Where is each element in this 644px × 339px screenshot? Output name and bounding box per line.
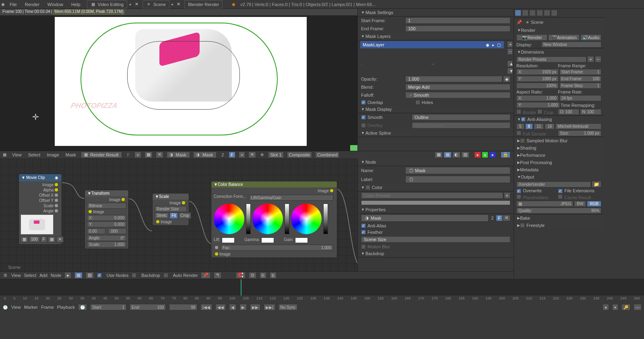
- smb-enable[interactable]: [520, 138, 525, 143]
- node-editor[interactable]: ▼Movie Clip◉ Image Alpha Offset X Offset…: [0, 158, 357, 271]
- cache-checkbox[interactable]: [558, 194, 563, 199]
- mask-selector[interactable]: ◑ Mask: [193, 152, 217, 158]
- play-reverse[interactable]: ◀: [229, 304, 236, 310]
- label-field[interactable]: ▢: [405, 176, 510, 183]
- perf-header[interactable]: Performance: [514, 152, 604, 159]
- clip-pin[interactable]: ▦: [48, 236, 56, 243]
- add-layout[interactable]: +: [127, 2, 133, 7]
- holes-checkbox[interactable]: [415, 100, 420, 105]
- end-frame-field[interactable]: 100: [405, 25, 510, 32]
- menu-window[interactable]: Window: [43, 2, 67, 7]
- shader-tree[interactable]: ●: [64, 272, 71, 279]
- go-parent[interactable]: ↰: [214, 272, 221, 279]
- close-mask[interactable]: ✕: [248, 152, 256, 158]
- zero1[interactable]: 0.00: [87, 228, 105, 234]
- antialias-checkbox[interactable]: [361, 223, 366, 228]
- fake-user[interactable]: F: [229, 152, 235, 158]
- overwrite-checkbox[interactable]: [516, 189, 521, 193]
- res-x-field[interactable]: X:1920 px: [516, 69, 559, 75]
- jump-start[interactable]: |◀◀: [200, 304, 212, 310]
- remap-n[interactable]: N: 100: [580, 109, 601, 115]
- lift-wheel[interactable]: [214, 204, 244, 234]
- play[interactable]: ▶: [239, 304, 247, 310]
- color-enable[interactable]: [365, 185, 370, 190]
- slot-selector[interactable]: Slot 1: [268, 152, 283, 158]
- angle-field[interactable]: Angle:0°: [87, 235, 126, 241]
- aa-filter-dropdown[interactable]: Mitchell-Netravali: [555, 123, 601, 129]
- editor-type-timeline[interactable]: 🕐: [2, 304, 8, 310]
- tab-render[interactable]: [515, 10, 521, 16]
- key-delete[interactable]: —: [634, 304, 642, 310]
- add-scene[interactable]: +: [169, 2, 175, 7]
- keyset-dropdown[interactable]: ▾: [612, 304, 618, 310]
- timeline-cursor[interactable]: [241, 279, 242, 295]
- color-panel-header[interactable]: Color: [358, 184, 514, 191]
- copy-nodes[interactable]: ⎘: [260, 272, 266, 279]
- overlay-mode-dropdown[interactable]: Alpha Channel: [412, 122, 510, 129]
- fac-field[interactable]: Fac:1.000: [221, 245, 333, 251]
- tab-more[interactable]: [551, 10, 557, 16]
- pin-icon[interactable]: 📌: [516, 20, 522, 25]
- pin-image[interactable]: ▦: [144, 152, 153, 158]
- editor-type-icon[interactable]: ▦: [2, 152, 7, 158]
- backdrop-checkbox[interactable]: [132, 273, 136, 278]
- layout-selector[interactable]: ▦ Video Editing: [87, 0, 128, 8]
- backdrop-panel-header[interactable]: Backdrop: [358, 250, 514, 258]
- mask-layer-item[interactable]: MaskLayer ◉ ▸ ▢: [360, 41, 504, 48]
- aa-enable[interactable]: [521, 117, 526, 122]
- menu-add3[interactable]: Add: [39, 273, 47, 278]
- fps-dropdown[interactable]: 24 fps: [559, 95, 602, 101]
- keyframe-prev[interactable]: ◀◀: [215, 304, 226, 310]
- channel-rgba[interactable]: ▦: [435, 152, 443, 158]
- stretch-button[interactable]: Stretc: [155, 212, 169, 219]
- post-header[interactable]: Post Processing: [514, 159, 604, 166]
- gamma-slider[interactable]: [285, 204, 289, 234]
- startframe-field[interactable]: Start Frame:1: [559, 69, 602, 75]
- timeline-track[interactable]: [0, 279, 644, 295]
- key-insert[interactable]: 🔑: [621, 304, 630, 310]
- channel-b[interactable]: ●: [489, 152, 496, 158]
- meta-header[interactable]: Metadata: [514, 166, 604, 173]
- feather-checkbox[interactable]: [361, 230, 366, 235]
- dimensions-header[interactable]: Dimensions: [514, 48, 604, 56]
- menu-select3[interactable]: Select: [24, 273, 37, 278]
- menu-node3[interactable]: Node: [51, 273, 61, 278]
- autorender-checkbox[interactable]: [163, 273, 168, 278]
- tab-object[interactable]: [544, 10, 550, 16]
- clip-unlink[interactable]: ✕: [56, 236, 64, 243]
- channel-g[interactable]: ●: [482, 152, 489, 158]
- overlap-checkbox[interactable]: [361, 100, 366, 105]
- channel-rgb[interactable]: ▦: [444, 152, 452, 158]
- menu-help[interactable]: Help: [67, 2, 85, 7]
- display-dropdown[interactable]: New Window: [541, 42, 601, 48]
- clip-browse[interactable]: ▦: [21, 236, 28, 243]
- move-down-button[interactable]: ▼: [507, 68, 513, 74]
- channel-z[interactable]: ▨: [461, 152, 469, 158]
- endframe-field[interactable]: End Frame:100: [559, 76, 602, 82]
- output-path-field[interactable]: //render\render: [516, 181, 591, 187]
- menu-view-tl[interactable]: View: [11, 305, 21, 310]
- tab-render-layers[interactable]: [522, 10, 528, 16]
- menu-view2[interactable]: View: [10, 152, 23, 157]
- menu-render[interactable]: Render: [21, 2, 43, 7]
- fileext-checkbox[interactable]: [558, 189, 563, 193]
- node-color-balance[interactable]: ▼ Color Balance Image Correction Form...…: [211, 181, 337, 258]
- aspect-y-field[interactable]: Y:1.000: [516, 102, 560, 108]
- eye-icon[interactable]: ◉: [485, 42, 490, 48]
- snap-toggle[interactable]: 🧲: [236, 272, 246, 279]
- render-header[interactable]: Render: [514, 27, 604, 34]
- image-viewport[interactable]: Frame:100 | Time:00:03.04 | Mem:650.11M …: [0, 9, 357, 151]
- fake-user-2[interactable]: F: [496, 215, 503, 221]
- mask-mode-selector[interactable]: ◑ Mask: [167, 152, 190, 158]
- close-scene[interactable]: ✕: [175, 2, 182, 7]
- fit-button[interactable]: Fit: [169, 212, 178, 219]
- menu-view3[interactable]: View: [11, 273, 21, 278]
- start-frame-field2[interactable]: Start: 1: [90, 304, 126, 310]
- mask-spline-inner[interactable]: [127, 41, 240, 110]
- current-frame-field[interactable]: 98: [169, 304, 197, 310]
- shading-header[interactable]: Shading: [514, 144, 604, 152]
- smooth-mode-dropdown[interactable]: Outline: [412, 114, 510, 121]
- close-image[interactable]: ✕: [156, 152, 163, 158]
- aspect-x-field[interactable]: X:1.000: [516, 95, 559, 101]
- framestep-field[interactable]: Frame Step:1: [559, 83, 602, 89]
